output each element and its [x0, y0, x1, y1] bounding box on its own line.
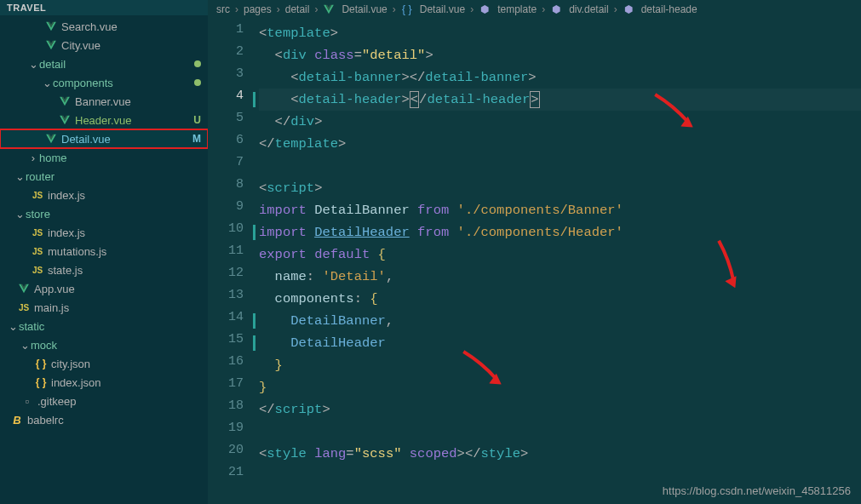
code-line[interactable]: <div class="detail">: [259, 44, 861, 66]
breadcrumb-label: detail-heade: [641, 3, 697, 15]
code-line[interactable]: <script>: [259, 177, 861, 199]
symbol-icon: ⬢: [479, 3, 491, 15]
code-line[interactable]: </script>: [259, 398, 861, 421]
babel-icon: B: [10, 414, 24, 427]
folder-row[interactable]: ⌄store: [0, 204, 208, 223]
chevron-down-icon: ⌄: [7, 320, 19, 333]
code-line[interactable]: }: [259, 354, 861, 376]
tree-item-label: .gitkeep: [37, 395, 201, 408]
breadcrumb-separator-icon: ›: [542, 3, 545, 15]
file-row[interactable]: JSstate.js: [0, 261, 208, 279]
breadcrumb-item[interactable]: detail: [285, 3, 310, 15]
code-line[interactable]: name: 'Detail',: [259, 266, 861, 288]
file-row[interactable]: App.vue: [0, 279, 208, 298]
line-number: 14: [208, 310, 259, 332]
git-status-letter: M: [189, 133, 201, 145]
line-number: 16: [208, 354, 259, 376]
code-line[interactable]: [259, 155, 861, 177]
git-status-letter: U: [189, 114, 201, 126]
tree-item-label: store: [26, 208, 201, 220]
file-row[interactable]: JSindex.js: [0, 186, 208, 204]
editor-main: src›pages›detail›Detail.vue›{ }Detail.vu…: [208, 0, 861, 504]
tree-item-label: mutations.js: [48, 245, 201, 258]
vue-icon: [323, 3, 335, 15]
explorer-title: TRAVEL: [0, 0, 208, 15]
folder-row[interactable]: ⌄static: [0, 317, 208, 335]
chevron-down-icon: ⌄: [19, 339, 31, 352]
chevron-right-icon: ›: [27, 152, 39, 164]
app-root: TRAVEL Search.vueCity.vue⌄detail⌄compone…: [0, 0, 861, 504]
breadcrumb[interactable]: src›pages›detail›Detail.vue›{ }Detail.vu…: [208, 0, 861, 19]
chevron-down-icon: ⌄: [27, 58, 39, 71]
file-row[interactable]: { }city.json: [0, 354, 208, 373]
file-row[interactable]: { }index.json: [0, 373, 208, 392]
file-row[interactable]: Search.vue: [0, 17, 208, 36]
code-line[interactable]: <detail-banner></detail-banner>: [259, 66, 861, 89]
code-line[interactable]: </template>: [259, 133, 861, 155]
line-number: 15: [208, 332, 259, 354]
breadcrumb-item[interactable]: Detail.vue: [323, 3, 387, 15]
line-number: 12: [208, 266, 259, 288]
tree-item-label: detail: [39, 58, 194, 71]
line-number-gutter: 123456789101112131415161718192021: [208, 19, 259, 504]
tree-item-label: state.js: [48, 264, 201, 277]
code-line[interactable]: </div>: [259, 111, 861, 133]
code-area[interactable]: <template> <div class="detail"> <detail-…: [259, 19, 861, 504]
js-icon: JS: [31, 266, 44, 275]
watermark: https://blog.csdn.net/weixin_45811256: [663, 484, 851, 497]
code-line[interactable]: export default {: [259, 243, 861, 266]
breadcrumb-item[interactable]: ⬢template: [479, 3, 537, 15]
tree-item-label: mock: [31, 339, 201, 352]
file-row[interactable]: City.vue: [0, 36, 208, 54]
code-line[interactable]: }: [259, 376, 861, 398]
breadcrumb-item[interactable]: { }Detail.vue: [401, 3, 465, 15]
breadcrumb-separator-icon: ›: [235, 3, 238, 15]
folder-row[interactable]: ⌄router: [0, 167, 208, 186]
tree-item-label: City.vue: [61, 39, 201, 52]
code-line[interactable]: [259, 421, 861, 443]
folder-row[interactable]: ›home: [0, 148, 208, 167]
file-row[interactable]: JSmutations.js: [0, 242, 208, 261]
line-number: 18: [208, 398, 259, 421]
file-row[interactable]: JSmain.js: [0, 298, 208, 317]
breadcrumb-item[interactable]: src: [216, 3, 230, 15]
code-line[interactable]: import DetailHeader from './components/H…: [259, 221, 861, 243]
tree-item-label: components: [53, 77, 194, 89]
file-row[interactable]: Bbabelrc: [0, 410, 208, 429]
code-line[interactable]: components: {: [259, 288, 861, 310]
symbol-icon: ⬢: [550, 3, 562, 15]
json-icon: { }: [34, 358, 48, 369]
code-line[interactable]: DetailBanner,: [259, 310, 861, 332]
folder-row[interactable]: ⌄detail: [0, 54, 208, 73]
tree-item-label: city.json: [51, 358, 201, 370]
file-tree: Search.vueCity.vue⌄detail⌄componentsBann…: [0, 15, 208, 431]
breadcrumb-item[interactable]: pages: [244, 3, 272, 15]
line-number: 21: [208, 465, 259, 487]
js-icon: JS: [31, 247, 44, 256]
code-editor[interactable]: 123456789101112131415161718192021 <templ…: [208, 19, 861, 504]
code-line[interactable]: import DetailBanner from './components/B…: [259, 199, 861, 221]
code-line[interactable]: <detail-header></detail-header>: [259, 89, 861, 111]
code-line[interactable]: DetailHeader: [259, 332, 861, 354]
code-line[interactable]: <style lang="scss" scoped></style>: [259, 443, 861, 465]
tree-item-label: index.js: [48, 189, 201, 202]
folder-row[interactable]: ⌄mock: [0, 335, 208, 354]
tree-item-label: index.json: [51, 376, 201, 389]
breadcrumb-item[interactable]: ⬢div.detail: [550, 3, 608, 15]
folder-row[interactable]: ⌄components: [0, 73, 208, 92]
file-row[interactable]: Detail.vueM: [0, 129, 208, 148]
file-row[interactable]: JSindex.js: [0, 223, 208, 242]
symbol-icon: ⬢: [623, 3, 634, 15]
file-row[interactable]: Header.vueU: [0, 111, 208, 129]
git-status-dot: [194, 60, 201, 67]
file-row[interactable]: Banner.vue: [0, 92, 208, 111]
breadcrumb-item[interactable]: ⬢detail-heade: [623, 3, 697, 15]
breadcrumb-separator-icon: ›: [393, 3, 396, 15]
line-number: 6: [208, 133, 259, 155]
line-number: 2: [208, 44, 259, 66]
chevron-down-icon: ⌄: [14, 208, 26, 220]
vue-icon: [44, 133, 58, 145]
file-row[interactable]: ▫.gitkeep: [0, 392, 208, 410]
tree-item-label: router: [26, 170, 201, 183]
code-line[interactable]: <template>: [259, 22, 861, 44]
